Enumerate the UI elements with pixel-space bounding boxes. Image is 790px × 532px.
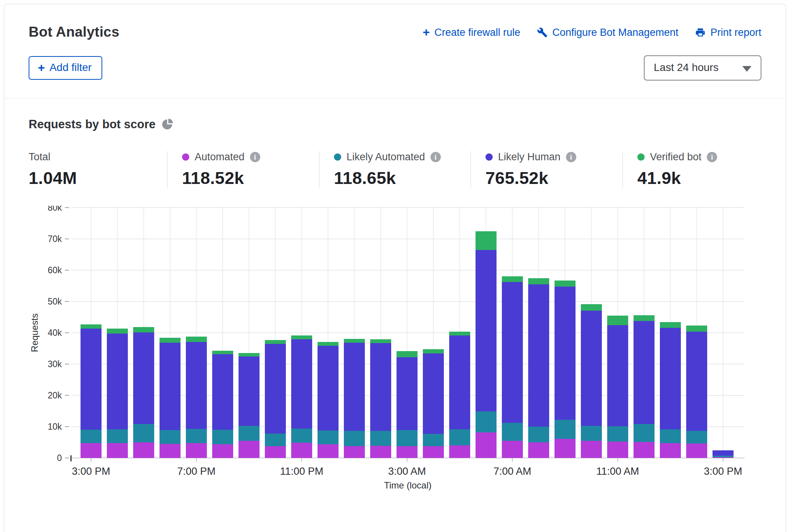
bar-segment-likely-human[interactable]: [476, 250, 497, 411]
bar-segment-automated[interactable]: [449, 445, 470, 458]
bar-segment-verified-bot[interactable]: [502, 276, 523, 282]
info-icon[interactable]: i: [707, 152, 717, 162]
bar-segment-likely-automated[interactable]: [581, 426, 602, 441]
bar-segment-verified-bot[interactable]: [528, 278, 549, 284]
configure-bot-management-link[interactable]: Configure Bot Management: [537, 27, 678, 39]
bar-segment-likely-automated[interactable]: [160, 430, 181, 444]
bar-segment-likely-automated[interactable]: [634, 424, 655, 442]
bar-segment-likely-automated[interactable]: [423, 434, 444, 446]
bar-segment-likely-automated[interactable]: [607, 426, 628, 441]
bar-segment-likely-automated[interactable]: [212, 430, 233, 444]
bar-segment-likely-human[interactable]: [344, 343, 365, 431]
bar-segment-likely-human[interactable]: [555, 287, 576, 419]
bar-segment-automated[interactable]: [186, 443, 207, 458]
bar-segment-automated[interactable]: [265, 446, 286, 458]
bar-segment-automated[interactable]: [423, 446, 444, 458]
bar-segment-verified-bot[interactable]: [423, 349, 444, 353]
bar-segment-verified-bot[interactable]: [397, 351, 418, 357]
bar-segment-likely-human[interactable]: [660, 328, 681, 430]
bar-segment-likely-human[interactable]: [239, 356, 260, 426]
bar-segment-automated[interactable]: [239, 441, 260, 458]
bar-segment-likely-human[interactable]: [212, 354, 233, 430]
bar-segment-verified-bot[interactable]: [555, 281, 576, 287]
bar-segment-verified-bot[interactable]: [344, 339, 365, 343]
bar-segment-verified-bot[interactable]: [686, 326, 707, 332]
bar-segment-likely-automated[interactable]: [449, 429, 470, 446]
bar-segment-likely-human[interactable]: [607, 325, 628, 427]
bar-segment-likely-human[interactable]: [81, 329, 102, 430]
bar-segment-likely-automated[interactable]: [528, 427, 549, 442]
bar-segment-likely-human[interactable]: [713, 450, 734, 456]
print-report-link[interactable]: Print report: [695, 27, 761, 39]
bar-segment-likely-human[interactable]: [133, 332, 154, 424]
bar-segment-likely-automated[interactable]: [660, 429, 681, 443]
bar-segment-automated[interactable]: [476, 432, 497, 458]
bar-segment-likely-human[interactable]: [449, 335, 470, 429]
bar-segment-verified-bot[interactable]: [133, 327, 154, 332]
info-icon[interactable]: i: [250, 152, 260, 162]
bar-segment-likely-automated[interactable]: [555, 420, 576, 439]
bar-segment-likely-automated[interactable]: [476, 411, 497, 432]
bar-segment-automated[interactable]: [212, 444, 233, 458]
bar-segment-automated[interactable]: [318, 444, 339, 458]
bar-segment-automated[interactable]: [344, 446, 365, 458]
bar-segment-automated[interactable]: [370, 446, 391, 458]
info-icon[interactable]: i: [566, 152, 576, 162]
bar-segment-likely-human[interactable]: [502, 282, 523, 423]
bar-segment-automated[interactable]: [555, 439, 576, 458]
bar-segment-verified-bot[interactable]: [81, 324, 102, 329]
bar-segment-verified-bot[interactable]: [634, 315, 655, 321]
bar-segment-likely-automated[interactable]: [133, 424, 154, 442]
bar-segment-likely-human[interactable]: [634, 321, 655, 424]
bar-segment-likely-human[interactable]: [581, 311, 602, 426]
bar-segment-likely-automated[interactable]: [502, 423, 523, 441]
bar-segment-verified-bot[interactable]: [713, 450, 734, 451]
bar-segment-likely-automated[interactable]: [344, 431, 365, 446]
bar-segment-automated[interactable]: [502, 441, 523, 458]
info-icon[interactable]: i: [430, 152, 441, 162]
bar-segment-likely-automated[interactable]: [713, 456, 734, 457]
bar-segment-likely-human[interactable]: [397, 357, 418, 430]
bar-segment-verified-bot[interactable]: [239, 353, 260, 356]
bar-segment-automated[interactable]: [713, 457, 734, 458]
time-range-select[interactable]: Last 24 hours: [644, 55, 761, 81]
bar-segment-likely-human[interactable]: [291, 339, 312, 429]
bar-segment-likely-human[interactable]: [318, 346, 339, 430]
bar-segment-verified-bot[interactable]: [370, 339, 391, 343]
bar-segment-automated[interactable]: [133, 442, 154, 458]
add-filter-button[interactable]: + Add filter: [29, 56, 102, 80]
bar-segment-automated[interactable]: [81, 443, 102, 458]
bar-segment-verified-bot[interactable]: [449, 332, 470, 335]
bar-segment-likely-human[interactable]: [370, 343, 391, 431]
bar-segment-likely-human[interactable]: [160, 343, 181, 430]
bar-segment-likely-human[interactable]: [265, 344, 286, 434]
bar-segment-verified-bot[interactable]: [318, 342, 339, 346]
bar-segment-automated[interactable]: [581, 441, 602, 458]
bar-segment-verified-bot[interactable]: [107, 329, 128, 333]
bar-segment-likely-automated[interactable]: [291, 429, 312, 443]
bar-segment-verified-bot[interactable]: [607, 316, 628, 325]
bar-segment-automated[interactable]: [107, 443, 128, 458]
create-firewall-rule-link[interactable]: + Create firewall rule: [422, 26, 520, 39]
bar-segment-likely-automated[interactable]: [318, 430, 339, 444]
bar-segment-likely-automated[interactable]: [397, 430, 418, 446]
bar-segment-likely-human[interactable]: [107, 334, 128, 429]
bar-segment-automated[interactable]: [607, 442, 628, 458]
bar-segment-likely-automated[interactable]: [265, 434, 286, 446]
bar-segment-likely-automated[interactable]: [686, 431, 707, 444]
bar-segment-likely-automated[interactable]: [107, 429, 128, 443]
bar-segment-likely-automated[interactable]: [239, 426, 260, 441]
bar-segment-automated[interactable]: [686, 443, 707, 458]
bar-segment-verified-bot[interactable]: [476, 231, 497, 250]
bar-segment-automated[interactable]: [291, 443, 312, 458]
bar-segment-likely-automated[interactable]: [370, 431, 391, 446]
bar-segment-likely-automated[interactable]: [186, 429, 207, 443]
bar-segment-verified-bot[interactable]: [186, 337, 207, 342]
bar-segment-likely-automated[interactable]: [81, 430, 102, 443]
bar-segment-verified-bot[interactable]: [291, 335, 312, 339]
bar-segment-verified-bot[interactable]: [212, 351, 233, 354]
bar-segment-likely-human[interactable]: [423, 353, 444, 434]
bar-segment-automated[interactable]: [660, 443, 681, 458]
bar-segment-likely-human[interactable]: [528, 284, 549, 427]
bar-segment-likely-human[interactable]: [686, 332, 707, 431]
